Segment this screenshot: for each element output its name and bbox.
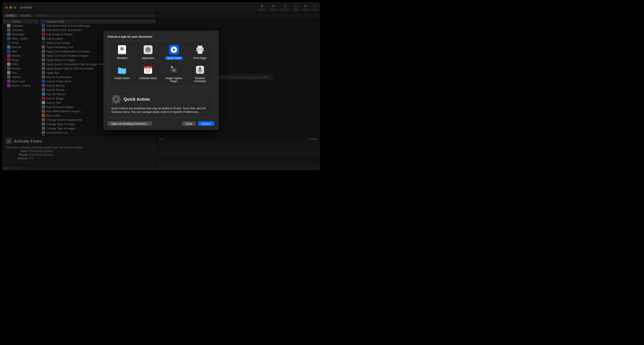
svg-point-16	[145, 47, 151, 52]
choose-button[interactable]: Choose	[198, 121, 214, 126]
toolbar-stop-button[interactable]: Stop	[303, 4, 308, 11]
toolbar-record-button[interactable]: Record	[281, 4, 289, 11]
photo-icon	[271, 4, 276, 8]
toolbar-label: Library	[258, 8, 266, 11]
doc-type-workflow[interactable]: WFLOWWorkflow	[110, 43, 134, 61]
svg-point-8	[36, 15, 38, 16]
action-item-label: Activate Fonts	[46, 20, 64, 23]
library-column[interactable]: LibraryCalendarContactsDeveloperFiles…ol…	[2, 18, 40, 136]
doc-type-image-capture-plugin[interactable]: Image Capture Plugin	[162, 64, 186, 84]
disclosure-triangle-icon[interactable]	[4, 21, 6, 22]
doc-type-label: Image Capture Plugin	[163, 76, 186, 83]
segment-actions[interactable]: Actions	[4, 14, 17, 18]
category-icon	[7, 45, 10, 49]
action-icon	[42, 41, 45, 45]
doc-type-quick-action[interactable]: Quick Action	[162, 43, 186, 61]
action-item-label: Apply Quartz Composition Filter to Image…	[46, 63, 104, 66]
description-body: Quick Actions are workflows that may be …	[111, 106, 211, 114]
log-row	[157, 146, 320, 151]
doc-type-dictation-command[interactable]: Dictation Command	[188, 64, 212, 84]
search-input[interactable]: Name	[34, 14, 154, 18]
quick-action-icon	[168, 44, 179, 55]
action-icon	[42, 88, 45, 92]
doc-type-label: Calendar Alarm	[138, 76, 158, 80]
workflow-icon: WFLOW	[117, 44, 127, 55]
action-item-label: Ask for Confirmation	[46, 76, 72, 79]
open-existing-button[interactable]: Open an Existing Document...	[108, 121, 152, 126]
toolbar-media-button[interactable]: Media	[270, 4, 276, 11]
action-icon	[42, 75, 45, 79]
zoom-window-button[interactable]	[14, 6, 16, 9]
calendar-alarm-icon: JUL17	[143, 64, 154, 75]
library-item[interactable]: Mail	[3, 49, 39, 54]
library-item[interactable]: Internet	[3, 45, 39, 49]
close-window-button[interactable]	[5, 6, 8, 9]
window-title: Untitled	[20, 6, 32, 9]
media-icon[interactable]	[14, 167, 18, 170]
action-icon	[42, 45, 45, 49]
category-icon	[7, 28, 10, 32]
library-item[interactable]: Developer	[3, 32, 39, 36]
action-item-label: Ask for Text	[46, 101, 61, 104]
library-item[interactable]: Files…olders	[3, 36, 39, 41]
category-icon	[7, 75, 10, 79]
close-button[interactable]: Close	[182, 121, 196, 126]
action-item-label: Change Type of Images	[46, 123, 76, 126]
library-item-label: Contacts	[12, 29, 23, 32]
svg-rect-39	[111, 99, 113, 100]
toolbar-label: Step	[294, 8, 298, 11]
library-item[interactable]: Utilities	[3, 75, 39, 79]
toolbar-step-button[interactable]: Step	[294, 4, 298, 11]
toolbar-library-button[interactable]: Library	[258, 4, 266, 11]
doc-type-calendar-alarm[interactable]: JUL17Calendar Alarm	[136, 64, 160, 84]
library-item[interactable]: Photos	[3, 66, 39, 71]
info-title-row: Aa Activate Fonts	[6, 139, 153, 144]
svg-rect-31	[171, 66, 173, 68]
library-item-label: Library	[12, 20, 20, 23]
folder-action-icon	[117, 64, 127, 75]
traffic-lights	[5, 6, 16, 9]
folder-icon	[7, 80, 10, 83]
library-item-label: Recen…Added	[12, 84, 30, 87]
segment-variables[interactable]: Variables	[17, 14, 33, 18]
toolbar-run-button[interactable]: Run	[312, 4, 317, 11]
library-item[interactable]: Calendar	[3, 24, 39, 28]
library-item[interactable]: Recen…Added	[3, 83, 39, 88]
action-item[interactable]: Activate Fonts	[40, 19, 156, 24]
library-item[interactable]: PDFs	[3, 62, 39, 66]
svg-point-18	[148, 48, 149, 49]
hide-library-button[interactable]	[4, 167, 7, 170]
toolbar-label: Record	[281, 8, 289, 11]
library-item[interactable]: Most Used	[3, 79, 39, 83]
svg-rect-33	[199, 67, 201, 71]
dictation-command-icon	[195, 64, 205, 75]
svg-rect-22	[196, 48, 204, 52]
action-item[interactable]: Add Attachments to Front Message	[40, 24, 156, 28]
svg-point-17	[147, 48, 148, 49]
record-icon	[283, 4, 287, 8]
library-item[interactable]: Text	[3, 71, 39, 75]
action-item-label: Add to Font Library	[46, 41, 70, 45]
action-icon	[42, 109, 45, 113]
chevron-down-icon[interactable]	[9, 167, 12, 170]
action-item-label: Burn a Disc	[46, 114, 61, 117]
doc-type-label: Folder Action	[113, 76, 131, 80]
doc-type-application[interactable]: Application	[136, 43, 160, 61]
doc-type-folder-action[interactable]: Folder Action	[110, 64, 134, 84]
category-icon	[7, 67, 10, 70]
svg-rect-37	[116, 94, 117, 96]
action-icon	[42, 20, 45, 23]
library-item[interactable]: Library	[3, 19, 39, 24]
minimize-window-button[interactable]	[10, 6, 12, 9]
new-document-sheet: Choose a type for your document: WFLOWWo…	[104, 31, 219, 130]
library-item[interactable]: Contacts	[3, 28, 39, 32]
library-item[interactable]: Movies	[3, 54, 39, 58]
library-item-label: Text	[12, 71, 17, 74]
library-item[interactable]: Fonts	[3, 41, 39, 45]
library-item[interactable]: Music	[3, 58, 39, 62]
action-icon	[42, 71, 45, 74]
library-item-label: Files…olders	[12, 37, 28, 40]
action-item[interactable]: Choose from List	[40, 130, 156, 135]
action-icon	[42, 92, 45, 96]
doc-type-print-plugin[interactable]: Print Plugin	[188, 43, 212, 61]
